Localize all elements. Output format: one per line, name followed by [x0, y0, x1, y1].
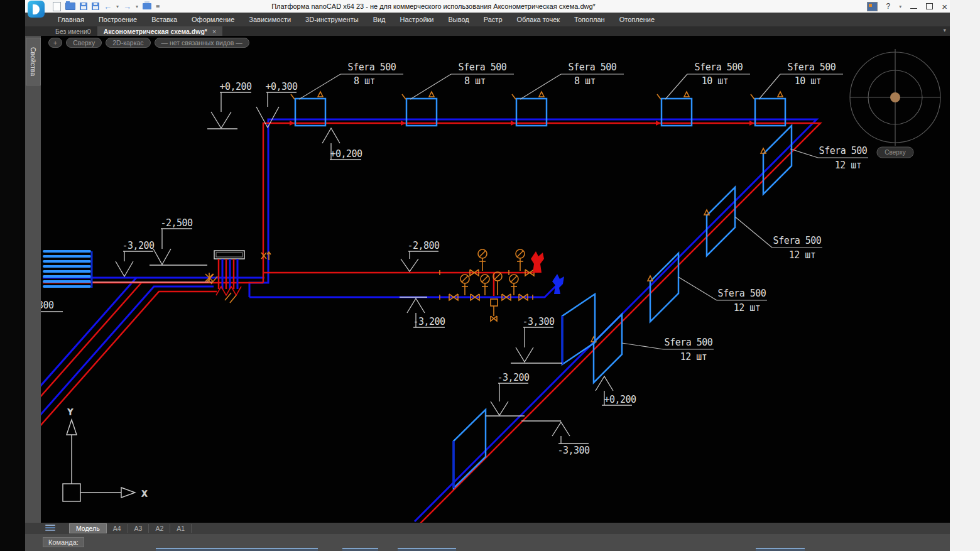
menu-3d-instrumenty[interactable]: 3D-инструменты	[305, 16, 359, 23]
tab-model[interactable]: Модель	[69, 523, 107, 533]
nanocad-window: ← ▾ → ▾ ≡ Платформа nanoCAD x64 23 - не …	[0, 0, 980, 551]
viewport-view-button[interactable]: Сверху	[66, 38, 102, 48]
svg-text:+0,200: +0,200	[219, 81, 252, 92]
left-black-margin	[0, 0, 25, 551]
svg-text:Sfera 500: Sfera 500	[695, 62, 743, 73]
svg-text:12 шт: 12 шт	[734, 302, 761, 314]
svg-text:Сверху: Сверху	[885, 149, 905, 156]
print-icon[interactable]	[143, 3, 151, 9]
tab-sheet-a4[interactable]: A4	[107, 524, 128, 533]
menu-oblaka-tochek[interactable]: Облака точек	[517, 16, 560, 23]
svg-text:8 шт: 8 шт	[354, 75, 375, 87]
undo-icon[interactable]: ←	[104, 3, 112, 11]
viewport-linked-views-button[interactable]: — нет связанных видов —	[155, 38, 249, 48]
menu-vstavka[interactable]: Вставка	[151, 16, 177, 23]
svg-text:12 шт: 12 шт	[835, 160, 862, 171]
elevation-marker: -3,300	[521, 421, 590, 456]
radiator-label: Sfera 500 12 шт	[790, 145, 868, 171]
menu-postroenie[interactable]: Построение	[99, 16, 137, 23]
elevation-marker: +0,300	[256, 81, 298, 128]
svg-text:-2,500: -2,500	[160, 217, 193, 229]
status-sliver	[398, 548, 456, 551]
elevation-marker: -3,300	[511, 316, 562, 363]
svg-text:-2,800: -2,800	[407, 240, 440, 251]
svg-text:-3,200: -3,200	[413, 316, 445, 327]
window-controls: ? ▾ ×	[867, 0, 947, 13]
save-all-icon[interactable]	[92, 3, 99, 10]
radiator-top-row	[290, 92, 785, 126]
maximize-button[interactable]	[926, 3, 933, 9]
command-prompt-label[interactable]: Команда:	[43, 537, 84, 547]
menu-vid[interactable]: Вид	[373, 16, 386, 23]
tab-sheet-a2[interactable]: A2	[149, 524, 170, 533]
elevation-marker: +0,200	[596, 376, 636, 405]
tab-sheet-a1[interactable]: A1	[170, 524, 192, 533]
nanocad-logo[interactable]	[28, 1, 45, 18]
viewport-visual-style-button[interactable]: 2D-каркас	[106, 38, 150, 48]
menu-zavisimosti[interactable]: Зависимости	[249, 16, 291, 23]
tab-close-icon[interactable]: ×	[212, 28, 216, 35]
elevation-marker: -3,200	[486, 372, 530, 416]
right-desktop-area	[950, 0, 980, 551]
flow-arrows	[531, 251, 564, 294]
elevation-marker: +0,200	[207, 81, 252, 129]
minimize-button[interactable]	[910, 8, 917, 9]
wheel-center-dot[interactable]	[890, 92, 900, 102]
menu-topoplan[interactable]: Топоплан	[574, 16, 605, 23]
menu-nastroyki[interactable]: Настройки	[400, 16, 434, 23]
redo-caret-icon[interactable]: ▾	[136, 4, 138, 9]
svg-text:Sfera 500: Sfera 500	[348, 62, 396, 73]
svg-text:Sfera 500: Sfera 500	[459, 62, 507, 73]
help-caret-icon[interactable]: ▾	[899, 4, 901, 9]
svg-text:Sfera 500: Sfera 500	[773, 235, 822, 246]
tab-list-caret-icon[interactable]: ▾	[943, 27, 946, 33]
sheet-tab-bar: Модель A4 A3 A2 A1	[25, 523, 950, 534]
undo-caret-icon[interactable]: ▾	[116, 4, 119, 9]
menu-rastr[interactable]: Растр	[484, 16, 503, 23]
radiator-label: Sfera 500 12 шт	[622, 337, 714, 363]
toolbar-more-icon[interactable]: ≡	[156, 3, 160, 10]
viewport-plus-button[interactable]: +	[48, 38, 62, 48]
tray-app-icon[interactable]	[867, 2, 878, 11]
properties-panel-tab[interactable]: Свойства	[26, 38, 41, 85]
new-file-icon[interactable]	[53, 2, 61, 11]
tab-sheet-a3[interactable]: A3	[128, 524, 150, 533]
drawing-canvas[interactable]: + Сверху 2D-каркас — нет связанных видов…	[41, 36, 950, 523]
close-button[interactable]: ×	[942, 1, 947, 12]
svg-text:300: 300	[41, 300, 54, 311]
svg-text:-3,200: -3,200	[497, 372, 530, 383]
help-button[interactable]: ?	[886, 2, 891, 11]
tab-axonometric-scheme[interactable]: Аксонометрическая схема.dwg* ×	[97, 26, 222, 36]
elevation-marker: 300	[41, 300, 63, 312]
radiator-label: Sfera 500 8 шт	[299, 62, 403, 99]
elevation-markers: +0,200 +0,300 +0,200 -2,500 -3,200 -2,80…	[41, 81, 636, 456]
open-file-icon[interactable]	[65, 3, 75, 10]
elevation-marker: -2,500	[150, 217, 207, 265]
radiator-label: Sfera 500 8 шт	[410, 62, 514, 99]
layout-list-icon[interactable]	[45, 525, 55, 532]
svg-text:-3,300: -3,300	[522, 316, 555, 327]
return-flow-arrow	[531, 251, 544, 273]
svg-text:-3,200: -3,200	[122, 240, 155, 251]
menu-vyvod[interactable]: Вывод	[448, 16, 469, 23]
svg-text:10 шт: 10 шт	[795, 75, 822, 87]
document-tab-bar: Без имени0 Аксонометрическая схема.dwg* …	[25, 26, 950, 36]
svg-text:+0,300: +0,300	[265, 81, 298, 92]
tab-unnamed[interactable]: Без имени0	[49, 26, 97, 36]
svg-text:+0,200: +0,200	[604, 394, 636, 405]
save-icon[interactable]	[80, 3, 87, 10]
svg-text:Sfera 500: Sfera 500	[569, 62, 617, 73]
svg-text:Y: Y	[68, 407, 73, 417]
menu-glavnaya[interactable]: Главная	[58, 16, 84, 23]
menu-otoplenie[interactable]: Отопление	[619, 16, 655, 23]
navigation-wheel[interactable]: Сверху	[850, 49, 940, 158]
cad-drawing: Sfera 500 8 шт Sfera 500 8 шт Sfera 500 …	[41, 36, 950, 523]
menu-bar: Главная Построение Вставка Оформление За…	[25, 13, 950, 26]
radiator-label: Sfera 500 8 шт	[520, 62, 624, 99]
svg-text:-3,300: -3,300	[557, 445, 590, 456]
menu-oformlenie[interactable]: Оформление	[192, 16, 234, 23]
redo-icon[interactable]: →	[123, 3, 131, 11]
svg-text:+0,200: +0,200	[330, 148, 362, 160]
title-bar: ← ▾ → ▾ ≡ Платформа nanoCAD x64 23 - не …	[25, 0, 980, 13]
pipe-fittings	[440, 249, 534, 321]
